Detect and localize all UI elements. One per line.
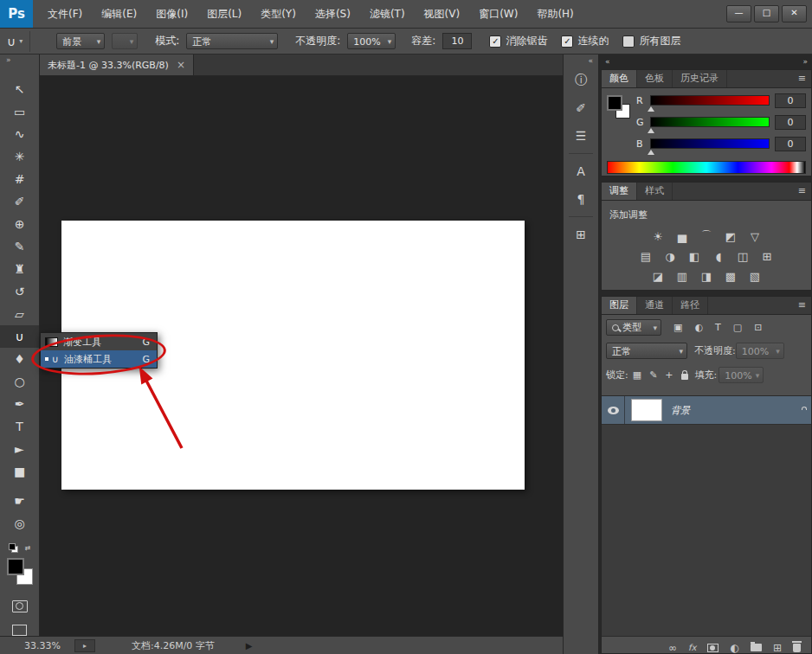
green-slider-handle[interactable] <box>648 128 654 133</box>
blue-slider-handle[interactable] <box>648 150 654 155</box>
black-white-icon[interactable]: ◧ <box>686 249 702 263</box>
menu-edit[interactable]: 编辑(E) <box>92 0 146 28</box>
opacity-dropdown[interactable]: 100% <box>347 33 396 49</box>
mode-dropdown[interactable]: 正常 <box>186 33 278 49</box>
blue-slider[interactable] <box>650 138 770 149</box>
menu-help[interactable]: 帮助(H) <box>527 0 583 28</box>
menu-image[interactable]: 图像(I) <box>146 0 197 28</box>
filter-shape-layers-icon[interactable]: ▢ <box>733 322 742 333</box>
selective-color-icon[interactable]: ▧ <box>747 269 763 283</box>
threshold-icon[interactable]: ◨ <box>699 269 714 283</box>
tab-paths[interactable]: 路径 <box>673 297 708 314</box>
blend-mode-dropdown[interactable]: 正常 <box>606 343 687 359</box>
red-slider-handle[interactable] <box>648 106 654 112</box>
color-sampler-panel-icon[interactable]: ✐ <box>564 94 598 122</box>
tab-channels[interactable]: 通道 <box>637 297 673 314</box>
default-colors-icon[interactable] <box>9 543 17 552</box>
menu-filter[interactable]: 滤镜(T) <box>360 0 415 28</box>
close-button[interactable]: ✕ <box>782 5 807 22</box>
photo-filter-icon[interactable]: ◖ <box>711 249 726 263</box>
eyedropper-tool[interactable]: ✐ <box>0 190 39 213</box>
red-value-field[interactable]: 0 <box>775 93 806 108</box>
zoom-level-field[interactable]: 33.33% <box>24 640 61 651</box>
menu-file[interactable]: 文件(F) <box>38 0 92 28</box>
hue-saturation-icon[interactable]: ▤ <box>638 249 654 263</box>
tab-layers[interactable]: 图层 <box>602 297 637 314</box>
tab-swatches[interactable]: 色板 <box>637 70 673 87</box>
panel-fg-bg-swatches[interactable] <box>607 95 633 121</box>
all-layers-checkbox[interactable] <box>622 35 635 48</box>
spot-healing-brush-tool[interactable]: ⊕ <box>0 213 39 235</box>
lasso-tool[interactable]: ∿ <box>0 123 39 145</box>
tool-preset-picker[interactable]: ∪ ▾ <box>5 31 30 52</box>
crop-tool[interactable]: # <box>0 168 39 190</box>
layer-opacity-dropdown[interactable]: 100% <box>736 343 784 359</box>
layer-visibility-toggle[interactable] <box>602 396 625 424</box>
filter-pixel-layers-icon[interactable]: ▣ <box>673 322 682 333</box>
expand-panels-icon[interactable]: « <box>564 54 598 67</box>
vibrance-icon[interactable]: ▽ <box>747 229 763 243</box>
new-layer-button[interactable]: ⊞ <box>773 643 782 653</box>
flyout-item-paint-bucket-tool[interactable]: ∪ 油漆桶工具 G <box>41 350 157 368</box>
paint-bucket-tool[interactable]: ∪ <box>0 325 39 348</box>
info-panel-icon[interactable]: ⓘ <box>564 67 598 94</box>
panel-foreground-swatch[interactable] <box>607 95 622 111</box>
eraser-tool[interactable]: ▱ <box>0 303 39 325</box>
tab-close-icon[interactable]: × <box>177 59 185 71</box>
pen-tool[interactable]: ✒ <box>0 393 39 415</box>
color-spectrum-ramp[interactable] <box>607 161 806 174</box>
channel-mixer-icon[interactable]: ◫ <box>735 249 751 263</box>
brush-tool[interactable]: ✎ <box>0 235 39 258</box>
status-scrub-icon[interactable]: ▸ <box>74 639 95 652</box>
flyout-item-gradient-tool[interactable]: 渐变工具 G <box>41 333 157 350</box>
anti-alias-checkbox[interactable]: ✓ <box>489 35 501 48</box>
blue-value-field[interactable]: 0 <box>775 137 806 151</box>
properties-panel-icon[interactable]: ☰ <box>564 122 598 150</box>
red-slider[interactable] <box>650 95 770 106</box>
measurement-log-panel-icon[interactable]: ⊞ <box>564 221 598 248</box>
tab-styles[interactable]: 样式 <box>637 183 673 200</box>
tab-adjustments[interactable]: 调整 <box>602 183 637 200</box>
posterize-icon[interactable]: ▥ <box>674 269 690 283</box>
character-panel-icon[interactable]: A <box>564 157 598 185</box>
invert-icon[interactable]: ◪ <box>650 269 666 283</box>
swap-colors-icon[interactable]: ⇄ <box>25 544 31 552</box>
filter-smart-objects-icon[interactable]: ⊡ <box>754 322 762 333</box>
collapse-dock-right-icon[interactable]: » <box>802 57 808 66</box>
lock-position-icon[interactable]: + <box>665 369 673 381</box>
toolbar-collapse-icon[interactable]: » <box>0 54 39 66</box>
quick-mask-button[interactable] <box>12 600 28 612</box>
fill-dropdown[interactable]: 100% <box>719 367 764 383</box>
rectangular-marquee-tool[interactable]: ▭ <box>0 100 39 123</box>
gradient-map-icon[interactable]: ▩ <box>723 269 738 283</box>
tab-history[interactable]: 历史记录 <box>673 70 727 87</box>
clone-stamp-tool[interactable]: ♜ <box>0 258 39 280</box>
zoom-tool[interactable]: ◎ <box>0 512 39 535</box>
paragraph-panel-icon[interactable]: ¶ <box>564 185 598 213</box>
menu-select[interactable]: 选择(S) <box>306 0 360 28</box>
lock-all-icon[interactable] <box>681 374 688 380</box>
layer-style-button[interactable]: fx <box>688 644 696 652</box>
new-adjustment-layer-button[interactable]: ◐ <box>730 643 738 653</box>
menu-layer[interactable]: 图层(L) <box>197 0 251 28</box>
rectangle-shape-tool[interactable]: ■ <box>0 460 39 483</box>
layer-thumbnail[interactable] <box>631 399 662 421</box>
type-tool[interactable]: T <box>0 415 39 438</box>
layer-name[interactable]: 背景 <box>671 404 690 417</box>
link-layers-button[interactable]: ∞ <box>668 643 677 653</box>
menu-type[interactable]: 类型(Y) <box>251 0 306 28</box>
levels-icon[interactable]: ▅ <box>674 229 690 243</box>
quick-selection-tool[interactable]: ✳ <box>0 145 39 168</box>
dodge-tool[interactable]: ○ <box>0 370 39 393</box>
menu-view[interactable]: 视图(V) <box>415 0 470 28</box>
brightness-contrast-icon[interactable]: ☀ <box>650 229 666 243</box>
menu-window[interactable]: 窗口(W) <box>469 0 527 28</box>
hand-tool[interactable]: ☛ <box>0 490 39 512</box>
color-balance-icon[interactable]: ◑ <box>662 249 678 263</box>
foreground-color-swatch[interactable] <box>7 558 24 575</box>
minimize-button[interactable]: — <box>726 5 751 22</box>
filter-type-layers-icon[interactable]: T <box>715 322 721 333</box>
exposure-icon[interactable]: ◩ <box>723 229 738 243</box>
document-tab[interactable]: 未标题-1 @ 33.3%(RGB/8) × <box>40 54 194 75</box>
layer-row-background[interactable]: 背景 <box>602 396 811 425</box>
